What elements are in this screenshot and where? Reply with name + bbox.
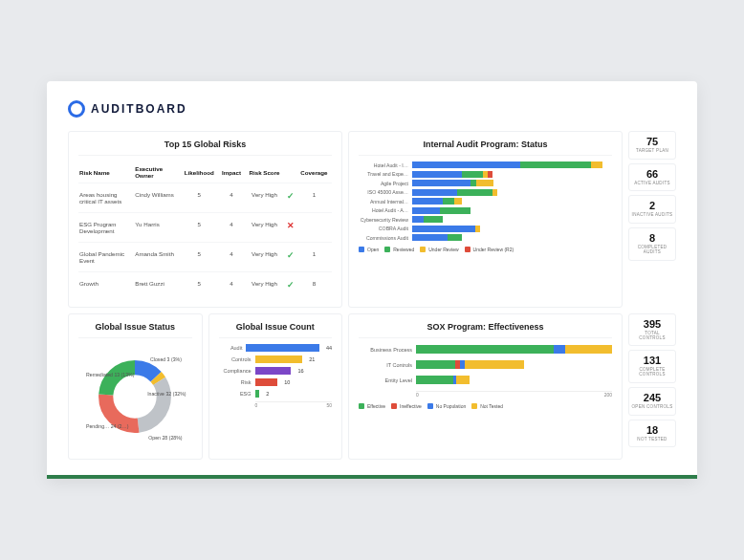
bar-segment xyxy=(462,171,483,178)
stat-card[interactable]: 2INACTIVE AUDITS xyxy=(628,195,676,224)
table-row[interactable]: Global Pandemic EventAmanda Smith54Very … xyxy=(78,243,332,272)
table-header: Coverage xyxy=(296,162,332,183)
card-title: Global Issue Count xyxy=(219,322,333,338)
stat-card[interactable]: 66ACTIVE AUDITS xyxy=(628,163,676,192)
slice-label: Pending… 24 (2…) xyxy=(86,424,128,430)
table-header: Impact xyxy=(219,162,245,183)
stat-label: TOTAL CONTROLS xyxy=(631,332,673,340)
check-icon: ✓ xyxy=(287,250,295,260)
bar-segment xyxy=(255,378,278,386)
bar-label: Risk xyxy=(219,379,252,385)
legend-item: Effective xyxy=(359,403,385,409)
bar-label: IT Controls xyxy=(359,362,412,368)
chart-legend: EffectiveIneffectiveNo PopulationNot Tes… xyxy=(359,403,612,409)
bar-segment xyxy=(412,226,475,232)
stat-value: 18 xyxy=(646,425,658,436)
cross-icon: ✕ xyxy=(287,221,295,230)
bar-segment xyxy=(591,162,602,168)
bar-label: ISO 45000 Asse… xyxy=(359,189,408,195)
card-issue-count: Global Issue Count Audit 44 Controls 21 … xyxy=(208,313,343,460)
slice-label: Open 28 (28%) xyxy=(148,436,182,442)
bar-segment xyxy=(412,234,448,241)
stats-column-bottom: 395TOTAL CONTROLS131COMPLETE CONTROLS245… xyxy=(628,313,676,460)
legend-item: Under Review xyxy=(420,247,458,252)
stat-value: 75 xyxy=(646,137,658,147)
bar-label: Agile Project xyxy=(359,181,408,186)
stat-label: TARGET PLAN xyxy=(636,149,668,154)
bar-segment xyxy=(416,360,455,369)
stat-value: 131 xyxy=(644,355,661,366)
table-row[interactable]: ESG Program DevelopmentYu Harris54Very H… xyxy=(78,213,332,243)
bar-segment xyxy=(412,189,457,196)
chart-legend: OpenReviewedUnder ReviewUnder Review (R2… xyxy=(359,247,612,252)
bar-segment xyxy=(412,180,470,186)
table-row[interactable]: GrowthBrett Guzzi54Very High✓8 xyxy=(78,272,332,298)
bar-row: Hotel Audit - A… xyxy=(359,207,612,214)
table-header xyxy=(284,162,295,183)
slice-label: Inactive 32 (32%) xyxy=(147,392,186,398)
brand: AUDITBOARD xyxy=(68,100,676,118)
bar-segment xyxy=(255,390,260,398)
bar-row: ISO 45000 Asse… xyxy=(359,189,612,196)
bar-label: Audit xyxy=(219,345,243,351)
slice-label: Remediated 13 (13%) xyxy=(86,373,134,378)
axis-tick: 0 xyxy=(416,392,419,398)
bar-segment xyxy=(492,189,497,196)
bar-row: Commissions Audit xyxy=(359,234,612,241)
stat-value: 395 xyxy=(644,319,661,330)
card-title: Internal Audit Program: Status xyxy=(359,140,612,156)
bar-label: Cybersecurity Review xyxy=(359,217,408,223)
table-header: Likelihood xyxy=(180,162,219,183)
card-title: SOX Program: Effectiveness xyxy=(359,322,612,338)
check-icon: ✓ xyxy=(287,280,295,290)
bar-value: 44 xyxy=(326,345,332,351)
legend-item: Not Tested xyxy=(471,403,503,409)
bar-segment xyxy=(476,180,492,186)
bar-segment xyxy=(412,171,462,178)
bar-segment xyxy=(475,226,480,232)
bar-segment xyxy=(255,367,292,375)
bar-row: IT Controls xyxy=(359,360,612,369)
bar-row: COBRA Audit xyxy=(359,226,612,232)
card-issue-status: Global Issue Status Closed 3 (3%) Inacti… xyxy=(68,313,203,460)
legend-item: Open xyxy=(359,247,379,252)
bar-segment xyxy=(424,216,443,223)
stat-label: COMPLETED AUDITS xyxy=(631,246,673,254)
table-header: Executive Owner xyxy=(134,162,180,183)
bar-segment xyxy=(554,345,565,354)
bar-segment xyxy=(255,355,303,363)
stat-card[interactable]: 18NOT TESTED xyxy=(628,420,676,448)
stat-label: OPEN CONTROLS xyxy=(632,405,673,410)
card-top-risks: Top 15 Global Risks Risk NameExecutive O… xyxy=(68,131,342,308)
bar-segment xyxy=(443,198,454,205)
bar-row: Agile Project xyxy=(359,180,612,186)
bar-label: Hotel Audit - I… xyxy=(359,162,408,168)
card-title: Global Issue Status xyxy=(78,322,192,338)
bar-row: Compliance 16 xyxy=(219,367,333,375)
bar-segment xyxy=(454,198,461,205)
card-sox: SOX Program: Effectiveness Business Proc… xyxy=(348,313,623,460)
bar-segment xyxy=(412,207,440,214)
bar-segment xyxy=(520,162,591,168)
bar-value: 2 xyxy=(266,391,269,397)
stat-card[interactable]: 395TOTAL CONTROLS xyxy=(628,313,676,346)
bar-row: Annual Internal… xyxy=(359,198,612,205)
stat-card[interactable]: 8COMPLETED AUDITS xyxy=(628,227,676,260)
bar-value: 16 xyxy=(297,368,303,374)
bar-label: Annual Internal… xyxy=(359,199,408,205)
stat-card[interactable]: 75TARGET PLAN xyxy=(628,131,676,160)
stat-label: ACTIVE AUDITS xyxy=(634,182,670,186)
stat-value: 8 xyxy=(649,233,655,244)
donut-chart: Closed 3 (3%) Inactive 32 (32%) Open 28 … xyxy=(78,344,192,449)
stat-card[interactable]: 245OPEN CONTROLS xyxy=(628,387,676,416)
slice-label: Closed 3 (3%) xyxy=(150,357,182,363)
card-title: Top 15 Global Risks xyxy=(78,140,332,156)
bar-row: Travel and Expe… xyxy=(359,171,612,178)
bar-label: Controls xyxy=(219,356,252,362)
bar-segment xyxy=(416,345,554,354)
table-row[interactable]: Areas housing critical IT assetsCindy Wi… xyxy=(78,183,332,213)
brand-logo-icon xyxy=(68,100,85,118)
bar-segment xyxy=(465,360,524,369)
bar-row: ESG 2 xyxy=(219,390,333,398)
stat-card[interactable]: 131COMPLETE CONTROLS xyxy=(628,350,676,382)
